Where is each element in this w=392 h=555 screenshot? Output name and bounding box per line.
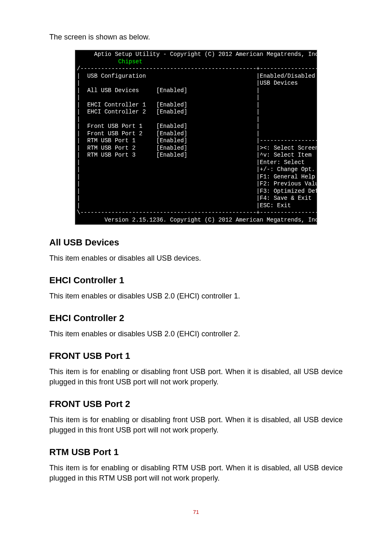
intro-text: The screen is shown as below.	[49, 32, 343, 42]
section-body: This item is for enabling or disabling f…	[49, 367, 343, 387]
section-heading: All USB Devices	[49, 236, 343, 249]
section-body: This item is for enabling or disabling f…	[49, 415, 343, 435]
bios-screenshot: Aptio Setup Utility - Copyright (C) 2012…	[75, 50, 317, 225]
section-body: This item enables or disables all USB de…	[49, 253, 343, 264]
page-number: 71	[49, 509, 343, 516]
section-body: This item enables or disables USB 2.0 (E…	[49, 291, 343, 301]
section-heading: RTM USB Port 1	[49, 446, 343, 459]
section-body: This item enables or disables USB 2.0 (E…	[49, 329, 343, 339]
section-body: This item is for enabling or disabling R…	[49, 463, 343, 483]
section-heading: EHCI Controller 1	[49, 274, 343, 287]
section-heading: FRONT USB Port 2	[49, 398, 343, 411]
section-heading: FRONT USB Port 1	[49, 350, 343, 363]
section-heading: EHCI Controller 2	[49, 312, 343, 325]
